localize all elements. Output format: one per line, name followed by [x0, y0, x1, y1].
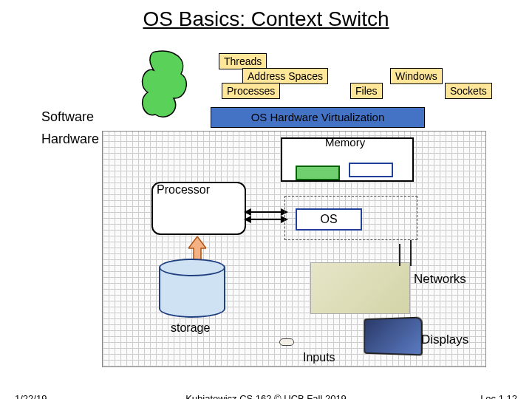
tag-files: Files — [350, 83, 383, 99]
processor-label: Processor — [157, 183, 210, 197]
memory-label: Memory — [325, 136, 365, 149]
storage-label: storage — [171, 321, 210, 335]
networks-label: Networks — [414, 272, 466, 287]
tag-sockets: Sockets — [445, 83, 492, 99]
network-card-icon — [310, 262, 410, 314]
tag-windows: Windows — [390, 68, 443, 84]
os-box: OS — [296, 208, 362, 231]
software-label: Software — [41, 109, 94, 125]
svg-marker-1 — [244, 208, 251, 216]
process-blob-icon — [140, 48, 196, 122]
antenna1-icon — [399, 244, 400, 266]
mouse-icon — [279, 338, 294, 346]
footer-right: Lec 1.12 — [480, 393, 517, 399]
double-arrow-icon — [244, 207, 288, 225]
storage-icon: storage — [159, 259, 225, 318]
memory-box: Memory — [281, 137, 414, 182]
hardware-label: Hardware — [41, 132, 99, 147]
tag-threads: Threads — [219, 53, 267, 69]
inputs-label: Inputs — [303, 351, 335, 364]
tag-address-spaces: Address Spaces — [242, 68, 328, 84]
memory-region-white — [349, 163, 393, 177]
display-icon — [364, 317, 422, 356]
slide: OS Basics: Context Switch Threads Addres… — [0, 0, 532, 399]
memory-group: Memory — [281, 137, 414, 182]
svg-marker-4 — [244, 216, 251, 223]
footer-center: Kubiatowicz CS 162 © UCB Fall 2019 — [0, 393, 532, 399]
memory-region-green — [296, 166, 340, 180]
slide-title: OS Basics: Context Switch — [0, 7, 532, 31]
antenna2-icon — [410, 240, 412, 266]
os-hw-virt-bar: OS Hardware Virtualization — [211, 107, 425, 128]
displays-label: Displays — [421, 332, 468, 347]
tag-processes: Processes — [222, 83, 280, 99]
